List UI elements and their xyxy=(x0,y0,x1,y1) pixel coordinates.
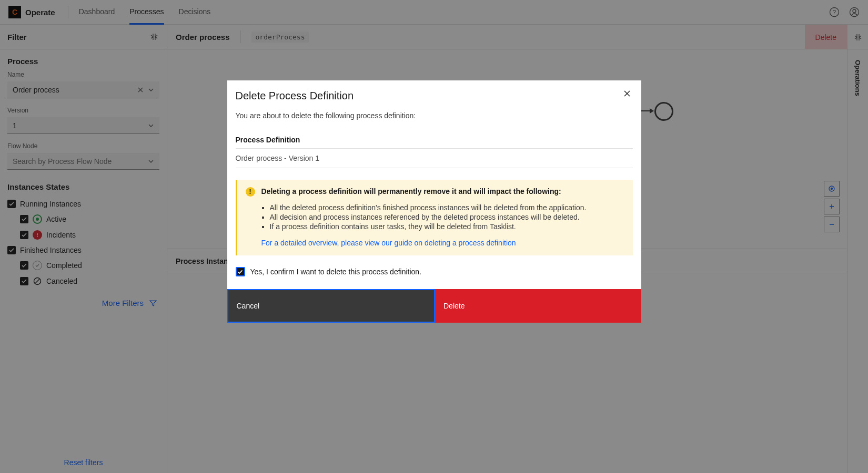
process-definition-label: Process Definition xyxy=(236,136,633,144)
warning-title: Deleting a process definition will perma… xyxy=(261,187,561,196)
warning-item: All the deleted process definition's fin… xyxy=(270,203,624,212)
warning-guide-link[interactable]: For a detailed overview, please view our… xyxy=(261,239,624,247)
confirm-label: Yes, I confirm I want to delete this pro… xyxy=(250,268,422,276)
warning-item: If a process definition contains user ta… xyxy=(270,222,624,231)
confirm-delete-button[interactable]: Delete xyxy=(435,289,641,323)
modal-actions: Cancel Delete xyxy=(227,289,641,323)
modal-title: Delete Process Definition xyxy=(236,90,354,102)
warning-list: All the deleted process definition's fin… xyxy=(270,203,624,231)
process-definition-value: Order process - Version 1 xyxy=(236,148,633,168)
cancel-button[interactable]: Cancel xyxy=(227,289,436,323)
confirm-checkbox[interactable] xyxy=(236,267,245,276)
close-icon[interactable] xyxy=(621,90,633,97)
warning-icon: ! xyxy=(246,187,255,197)
warning-item: All decision and process instances refer… xyxy=(270,212,624,222)
delete-modal: Delete Process Definition You are about … xyxy=(227,80,641,323)
confirm-row[interactable]: Yes, I confirm I want to delete this pro… xyxy=(236,267,633,276)
warning-box: ! Deleting a process definition will per… xyxy=(236,180,633,255)
modal-intro-text: You are about to delete the following pr… xyxy=(236,111,633,120)
modal-overlay: Delete Process Definition You are about … xyxy=(0,0,868,473)
